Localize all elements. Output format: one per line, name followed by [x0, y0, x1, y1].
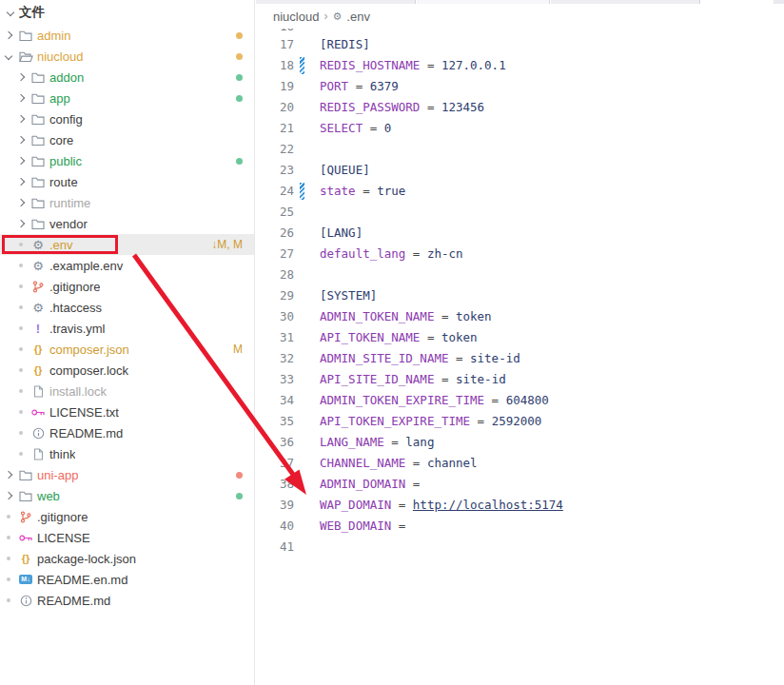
ini-equals: =	[348, 79, 370, 93]
line-number: 34	[256, 390, 294, 411]
tree-file-.example.env[interactable]: ⚙.example.env	[0, 255, 254, 276]
code-text: CHANNEL_NAME = channel	[320, 453, 478, 474]
tree-item-label: .htaccess	[49, 301, 102, 315]
ini-key: WEB_DOMAIN	[320, 519, 391, 533]
file-bullet-icon	[19, 347, 23, 351]
ini-equals: =	[448, 351, 470, 365]
code-line[interactable]: 18REDIS_HOSTNAME = 127.0.0.1	[256, 55, 784, 76]
tree-file-README.en.md[interactable]: M↓README.en.md	[0, 569, 254, 590]
code-line[interactable]: 39WAP_DOMAIN = http://localhost:5174	[256, 495, 784, 516]
file-bullet-icon	[19, 431, 23, 435]
code-line[interactable]: 19PORT = 6379	[256, 76, 784, 97]
editor-pane[interactable]: 16 niucloud › ⚙ .env 17[REDIS]18REDIS_HO…	[256, 0, 784, 685]
line-number: 41	[256, 537, 294, 558]
line-number: 24	[256, 181, 294, 202]
code-line[interactable]: 33API_SITE_ID_NAME = site-id	[256, 369, 784, 390]
tree-file-.gitignore[interactable]: .gitignore	[0, 506, 254, 527]
code-line[interactable]: 28	[256, 264, 784, 285]
gutter	[294, 516, 320, 537]
tree-file-.travis.yml[interactable]: !.travis.yml	[0, 318, 254, 339]
tree-file-README.md[interactable]: README.md	[0, 422, 254, 443]
code-line[interactable]: 20REDIS_PASSWORD = 123456	[256, 97, 784, 118]
tree-file-LICENSE[interactable]: LICENSE	[0, 527, 254, 548]
code-line[interactable]: 17[REDIS]	[256, 34, 784, 55]
file-bullet-icon	[19, 326, 23, 330]
code-line[interactable]: 41	[256, 537, 784, 558]
tree-folder-uni-app[interactable]: uni-app	[0, 464, 254, 485]
chevron-right-icon	[17, 115, 25, 123]
tree-folder-admin[interactable]: admin	[0, 25, 254, 46]
git-status-badge: M	[233, 342, 243, 356]
tree-file-.htaccess[interactable]: ⚙.htaccess	[0, 297, 254, 318]
tree-file-package-lock.json[interactable]: {}package-lock.json	[0, 548, 254, 569]
tree-file-composer.lock[interactable]: {}composer.lock	[0, 360, 254, 381]
tree-folder-addon[interactable]: addon	[0, 67, 254, 88]
git-status-badge: ↓M, M	[211, 238, 243, 251]
chevron-right-icon	[5, 492, 12, 499]
code-line[interactable]: 40WEB_DOMAIN =	[256, 516, 784, 537]
ini-equals: =	[405, 246, 427, 261]
tree-item-label: LICENSE	[37, 531, 90, 545]
line-number: 30	[256, 306, 294, 327]
ini-value: 123456	[441, 100, 484, 114]
code-line[interactable]: 25	[256, 202, 784, 223]
ini-section: [LANG]	[320, 225, 363, 240]
tree-file-install.lock[interactable]: install.lock	[0, 381, 254, 401]
tree-folder-vendor[interactable]: vendor	[0, 213, 254, 234]
gutter	[294, 97, 320, 118]
tree-item-label: install.lock	[49, 384, 107, 399]
breadcrumb-folder[interactable]: niucloud	[273, 10, 319, 24]
ini-value: 6379	[370, 79, 399, 93]
code-line[interactable]: 30ADMIN_TOKEN_NAME = token	[256, 306, 784, 327]
code-line[interactable]: 24state = true	[256, 181, 784, 202]
line-number: 31	[256, 327, 294, 348]
code-line[interactable]: 36LANG_NAME = lang	[256, 432, 784, 453]
code-line[interactable]: 37CHANNEL_NAME = channel	[256, 453, 784, 474]
code-area[interactable]: 17[REDIS]18REDIS_HOSTNAME = 127.0.0.119P…	[256, 34, 784, 558]
tree-file-.gitignore[interactable]: .gitignore	[0, 276, 254, 297]
line-number: 32	[256, 348, 294, 369]
code-line[interactable]: 38ADMIN_DOMAIN =	[256, 474, 784, 495]
tree-folder-config[interactable]: config	[0, 108, 254, 129]
tree-file-composer.json[interactable]: {}composer.jsonM	[0, 339, 254, 360]
tree-folder-route[interactable]: route	[0, 171, 254, 192]
explorer-section-header[interactable]: 文件	[0, 0, 254, 25]
code-line[interactable]: 35API_TOKEN_EXPIRE_TIME = 2592000	[256, 411, 784, 432]
code-line[interactable]: 32ADMIN_SITE_ID_NAME = site-id	[256, 348, 784, 369]
code-line[interactable]: 31API_TOKEN_NAME = token	[256, 327, 784, 348]
tree-item-meta	[236, 493, 243, 499]
file-bullet-icon	[19, 410, 23, 414]
ini-value-link[interactable]: http://localhost:5174	[413, 498, 563, 512]
code-line[interactable]: 21SELECT = 0	[256, 118, 784, 139]
tree-file-README.md[interactable]: README.md	[0, 590, 254, 611]
code-line[interactable]: 34ADMIN_TOKEN_EXPIRE_TIME = 604800	[256, 390, 784, 411]
tree-item-label: README.en.md	[37, 573, 127, 587]
ini-equals: =	[384, 435, 406, 449]
line-number: 35	[256, 411, 294, 432]
breadcrumb-file[interactable]: .env	[346, 10, 370, 24]
code-line[interactable]: 27default_lang = zh-cn	[256, 244, 784, 264]
ini-equals: =	[420, 100, 441, 114]
tree-folder-public[interactable]: public	[0, 150, 254, 171]
tree-file-LICENSE.txt[interactable]: LICENSE.txt	[0, 401, 254, 422]
code-line[interactable]: 29[SYSTEM]	[256, 285, 784, 306]
tree-item-label: .example.env	[49, 259, 123, 273]
tree-folder-web[interactable]: web	[0, 485, 254, 506]
ini-value: 604800	[506, 393, 549, 407]
code-line[interactable]: 22	[256, 139, 784, 160]
status-dot	[236, 493, 243, 499]
file-bullet-icon	[19, 389, 23, 393]
folder-icon	[17, 490, 34, 502]
tree-file-think[interactable]: think	[0, 443, 254, 464]
tree-folder-app[interactable]: app	[0, 88, 254, 108]
tree-folder-niucloud[interactable]: niucloud	[0, 46, 254, 67]
code-line[interactable]: 23[QUEUE]	[256, 160, 784, 181]
ini-equals: =	[420, 330, 441, 344]
tree-item-meta	[236, 32, 243, 39]
line-number: 33	[256, 369, 294, 390]
tree-folder-runtime[interactable]: runtime	[0, 192, 254, 213]
code-line[interactable]: 26[LANG]	[256, 223, 784, 244]
tree-item-meta: M	[233, 342, 243, 356]
tree-folder-core[interactable]: core	[0, 129, 254, 150]
explorer-sidebar: 文件 adminniucloudaddonappconfigcorepublic…	[0, 0, 255, 685]
